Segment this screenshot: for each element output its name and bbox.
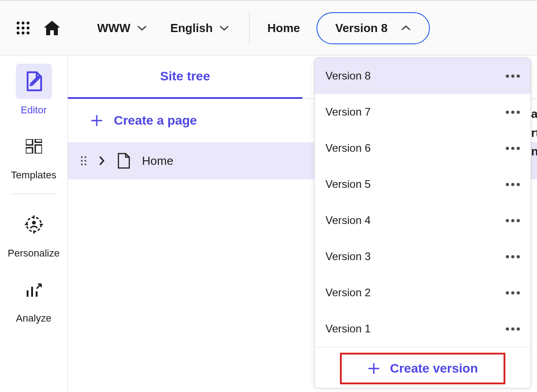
version-item[interactable]: Version 7	[315, 94, 531, 130]
chevron-down-icon	[219, 25, 229, 31]
content-peek-text: a rt n	[531, 105, 537, 161]
sidebar-item-label: Personalize	[8, 247, 60, 259]
version-item-label: Version 5	[325, 178, 371, 191]
sidebar-item-label: Templates	[11, 169, 56, 181]
version-item[interactable]: Version 3	[315, 238, 531, 275]
sidebar-item-label: Analyze	[16, 313, 51, 324]
version-selector-label: Version 8	[335, 21, 388, 35]
version-item[interactable]: Version 5	[315, 166, 531, 202]
sidebar-item-analyze[interactable]: Analyze	[0, 272, 67, 324]
chevron-down-icon	[137, 25, 147, 31]
version-item-label: Version 8	[325, 70, 371, 82]
create-page-label: Create a page	[114, 113, 197, 128]
more-options-icon[interactable]	[506, 291, 520, 294]
svg-point-24	[81, 156, 83, 158]
version-item-label: Version 2	[325, 286, 371, 299]
version-item-label: Version 6	[325, 142, 371, 154]
create-version-label: Create version	[390, 361, 478, 376]
chevron-up-icon	[401, 25, 411, 31]
version-item[interactable]: Version 4	[315, 202, 531, 238]
more-options-icon[interactable]	[506, 219, 520, 222]
site-selector[interactable]: WWW	[95, 18, 149, 39]
svg-point-5	[27, 27, 29, 29]
site-selector-label: WWW	[97, 21, 131, 35]
sidebar-separator	[11, 194, 57, 194]
svg-point-29	[85, 163, 86, 165]
drag-handle-icon[interactable]	[80, 156, 87, 166]
plus-icon	[90, 114, 103, 127]
version-dropdown: Version 8 Version 7 Version 6 Version 5 …	[314, 57, 531, 388]
more-options-icon[interactable]	[506, 75, 520, 78]
version-item-label: Version 1	[325, 322, 371, 335]
plus-icon	[367, 362, 380, 375]
more-options-icon[interactable]	[506, 147, 520, 150]
svg-point-7	[22, 32, 24, 34]
svg-point-1	[22, 22, 24, 24]
version-item[interactable]: Version 8	[315, 58, 531, 94]
topbar: WWW English Home Version 8	[0, 0, 537, 56]
sidebar-item-templates[interactable]: Templates	[0, 129, 67, 181]
svg-point-8	[27, 32, 29, 34]
language-selector[interactable]: English	[169, 18, 231, 39]
sidebar: Editor Templates	[0, 56, 68, 392]
breadcrumb-page[interactable]: Home	[268, 21, 300, 35]
svg-point-14	[32, 221, 36, 224]
sidebar-item-label: Editor	[21, 104, 47, 116]
analyze-icon	[16, 272, 52, 307]
version-selector[interactable]: Version 8	[316, 12, 430, 44]
svg-point-25	[85, 156, 86, 158]
more-options-icon[interactable]	[506, 111, 520, 114]
page-icon	[117, 153, 130, 169]
apps-grid-icon[interactable]	[16, 21, 30, 35]
home-icon[interactable]	[43, 20, 61, 36]
language-selector-label: English	[170, 21, 213, 35]
svg-rect-12	[35, 145, 42, 154]
svg-point-2	[27, 22, 29, 24]
svg-rect-11	[26, 148, 33, 154]
svg-point-3	[17, 27, 19, 29]
personalize-icon	[16, 207, 52, 242]
more-options-icon[interactable]	[506, 183, 520, 186]
svg-point-6	[17, 32, 19, 34]
svg-rect-10	[35, 139, 42, 142]
chevron-right-icon[interactable]	[99, 155, 105, 166]
sidebar-item-editor[interactable]: Editor	[0, 64, 67, 116]
more-options-icon[interactable]	[506, 327, 520, 331]
templates-icon	[16, 129, 52, 164]
version-item-label: Version 3	[325, 250, 371, 263]
version-item-label: Version 4	[325, 214, 371, 227]
version-item-label: Version 7	[325, 106, 371, 118]
more-options-icon[interactable]	[506, 255, 520, 258]
sidebar-item-personalize[interactable]: Personalize	[0, 207, 67, 259]
svg-point-0	[17, 22, 19, 24]
svg-point-28	[81, 163, 83, 165]
version-item[interactable]: Version 2	[315, 275, 531, 311]
svg-point-27	[85, 160, 86, 162]
svg-point-26	[81, 160, 83, 162]
topbar-divider	[249, 12, 250, 44]
tab-label: Site tree	[160, 69, 210, 84]
edit-page-icon	[16, 64, 52, 99]
svg-point-4	[22, 27, 24, 29]
version-item[interactable]: Version 1	[315, 311, 531, 347]
svg-rect-9	[26, 139, 33, 145]
tree-item-label: Home	[142, 154, 173, 168]
version-item[interactable]: Version 6	[315, 130, 531, 166]
create-version-button[interactable]: Create version	[340, 353, 505, 384]
tab-site-tree[interactable]: Site tree	[68, 56, 302, 99]
